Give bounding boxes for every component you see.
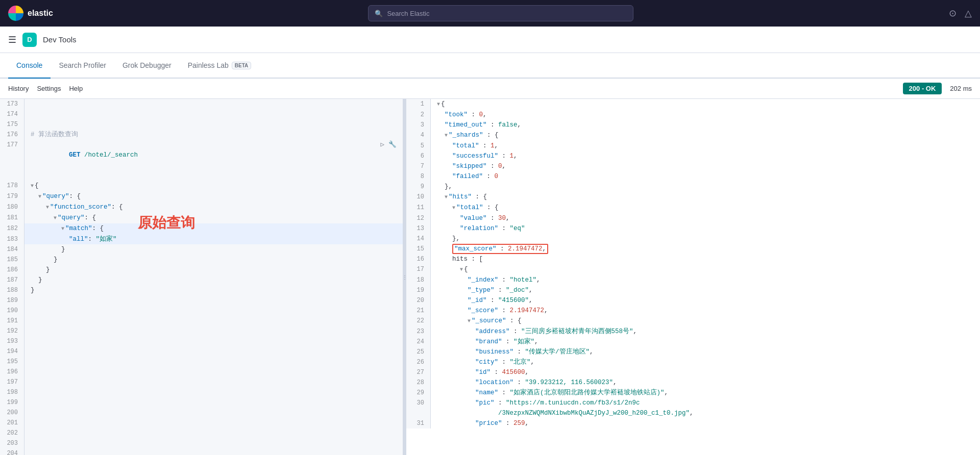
table-row: 181 ▼"query": { [0, 213, 403, 223]
table-row: 27 "id" : 415600, [406, 367, 980, 377]
table-row: 23 "address" : "三间房乡褡裢坡村青年沟西侧558号", [406, 326, 980, 337]
table-row: 21 "_score" : 2.1947472, [406, 306, 980, 316]
beta-badge: BETA [232, 62, 251, 69]
table-row: 204 [0, 448, 403, 455]
table-row: 187 } [0, 275, 403, 285]
table-row: 203 [0, 438, 403, 448]
notifications-icon[interactable]: ⊙ [949, 8, 957, 19]
search-bar[interactable]: 🔍 Search Elastic [368, 5, 633, 21]
right-panel: 1 ▼{ 2 "took" : 0, 3 "timed_out" : false… [406, 99, 980, 455]
search-icon: 🔍 [375, 10, 383, 17]
table-row: 189 [0, 295, 403, 306]
response-time: 202 ms [950, 85, 972, 92]
table-row: 7 "skipped" : 0, [406, 161, 980, 171]
table-row: 176 # 算法函数查询 [0, 130, 403, 140]
tab-console[interactable]: Console [8, 53, 51, 79]
table-row: 177 GET /hotel/_search ▷ 🔧 [0, 140, 403, 181]
toolbar: History Settings Help 200 - OK 202 ms [0, 79, 980, 99]
table-row: 12 "value" : 30, [406, 213, 980, 223]
table-row: 197 [0, 377, 403, 387]
table-row: 191 [0, 316, 403, 326]
logo-text: elastic [28, 9, 53, 18]
logo-icon [8, 6, 23, 21]
table-row: 201 [0, 418, 403, 428]
tab-painless-lab[interactable]: Painless Lab BETA [180, 53, 260, 79]
table-row: 6 "successful" : 1, [406, 151, 980, 161]
response-editor[interactable]: 1 ▼{ 2 "took" : 0, 3 "timed_out" : false… [406, 99, 980, 455]
left-panel: 173 174 175 176 # 算法函数查询 177 GET /hotel/… [0, 99, 403, 455]
table-row: 186 } [0, 265, 403, 275]
table-row: 22 ▼"_source" : { [406, 316, 980, 326]
table-row: 14 }, [406, 234, 980, 244]
page-title: Dev Tools [43, 35, 77, 44]
table-row: 183 "all": "如家" [0, 234, 403, 244]
avatar: D [22, 33, 37, 47]
table-row: 174 [0, 109, 403, 119]
table-row: 182 ▼"match": { [0, 223, 403, 234]
table-row: 196 [0, 367, 403, 377]
user-menu-icon[interactable]: △ [965, 8, 972, 19]
breadcrumb-bar: ☰ D Dev Tools [0, 27, 980, 53]
code-editor[interactable]: 173 174 175 176 # 算法函数查询 177 GET /hotel/… [0, 99, 403, 455]
table-row: 25 "business" : "传媒大学/管庄地区", [406, 347, 980, 357]
table-row: 178 ▼{ [0, 181, 403, 191]
table-row: 179 ▼"query": { [0, 191, 403, 202]
table-row: /3NezpxNZWQMdNXibwbMkQuAZjDyJ_w200_h200_… [406, 408, 980, 418]
table-row: 28 "location" : "39.923212, 116.560023", [406, 377, 980, 388]
table-row: 24 "brand" : "如家", [406, 337, 980, 347]
table-row: 19 "_type" : "_doc", [406, 285, 980, 295]
table-row: 195 [0, 357, 403, 367]
help-button[interactable]: Help [69, 85, 83, 92]
table-row: 198 [0, 387, 403, 397]
elastic-logo: elastic [8, 6, 53, 21]
table-row: 5 "total" : 1, [406, 141, 980, 151]
table-row: 194 [0, 346, 403, 357]
tab-grok-debugger[interactable]: Grok Debugger [114, 53, 180, 79]
table-row: 17 ▼{ [406, 264, 980, 275]
table-row: 1 ▼{ [406, 99, 980, 110]
history-button[interactable]: History [8, 85, 29, 92]
nav-icons: ⊙ △ [949, 8, 972, 19]
table-row: 18 "_index" : "hotel", [406, 275, 980, 285]
tab-bar: Console Search Profiler Grok Debugger Pa… [0, 53, 980, 79]
table-row: 173 [0, 99, 403, 109]
tab-search-profiler[interactable]: Search Profiler [51, 53, 114, 79]
table-row: 200 [0, 408, 403, 418]
top-navigation: elastic 🔍 Search Elastic ⊙ △ [0, 0, 980, 27]
table-row: 199 [0, 397, 403, 408]
table-row: 192 [0, 326, 403, 336]
table-row: 20 "_id" : "415600", [406, 295, 980, 306]
table-row: 4 ▼"_shards" : { [406, 130, 980, 141]
table-row: 26 "city" : "北京", [406, 357, 980, 367]
hamburger-button[interactable]: ☰ [8, 34, 16, 45]
settings-button[interactable]: Settings [37, 85, 61, 92]
table-row: 190 [0, 306, 403, 316]
table-row: 10 ▼"hits" : { [406, 192, 980, 203]
table-row: 30 "pic" : "https://m.tuniucdn.com/fb3/s… [406, 398, 980, 408]
run-icon[interactable]: ▷ [380, 140, 384, 150]
table-row: 9 }, [406, 182, 980, 192]
table-row: 185 } [0, 255, 403, 265]
table-row: 16 hits : [ [406, 254, 980, 264]
table-row: 31 "price" : 259, [406, 418, 980, 428]
table-row: 15 "max_score" : 2.1947472, [406, 244, 980, 254]
search-bar-container: 🔍 Search Elastic [61, 5, 941, 21]
table-row: 184 } [0, 244, 403, 255]
table-row: 11 ▼"total" : { [406, 203, 980, 213]
table-row: 8 "failed" : 0 [406, 171, 980, 182]
search-placeholder: Search Elastic [387, 10, 429, 17]
editor-container: 173 174 175 176 # 算法函数查询 177 GET /hotel/… [0, 99, 980, 455]
wrench-icon[interactable]: 🔧 [388, 140, 397, 150]
table-row: 29 "name" : "如家酒店(北京朝阳北路传媒大学褡裢坡地铁站店)", [406, 388, 980, 398]
table-row: 3 "timed_out" : false, [406, 120, 980, 130]
status-badge: 200 - OK [903, 83, 942, 94]
table-row: 2 "took" : 0, [406, 110, 980, 120]
table-row: 188 } [0, 285, 403, 295]
table-row: 180 ▼"function_score": { [0, 202, 403, 213]
table-row: 13 "relation" : "eq" [406, 223, 980, 234]
table-row: 202 [0, 428, 403, 438]
table-row: 193 [0, 336, 403, 346]
highlighted-value: "max_score" : 2.1947472, [452, 244, 548, 254]
table-row: 175 [0, 119, 403, 130]
